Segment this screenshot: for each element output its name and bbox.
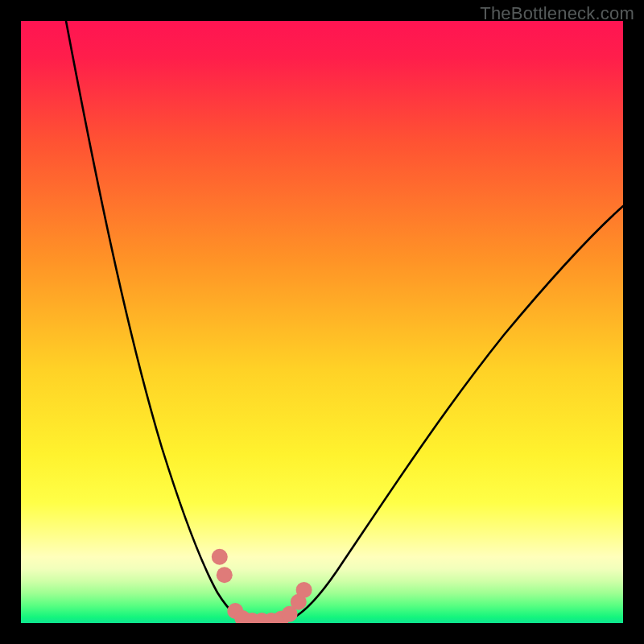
data-marker xyxy=(296,582,312,598)
data-marker-layer xyxy=(21,21,623,623)
plot-area xyxy=(21,21,623,623)
data-marker xyxy=(212,549,228,565)
data-markers xyxy=(212,549,312,623)
data-marker xyxy=(217,567,233,583)
chart-container: TheBottleneck.com xyxy=(0,0,644,644)
watermark-text: TheBottleneck.com xyxy=(480,3,634,24)
